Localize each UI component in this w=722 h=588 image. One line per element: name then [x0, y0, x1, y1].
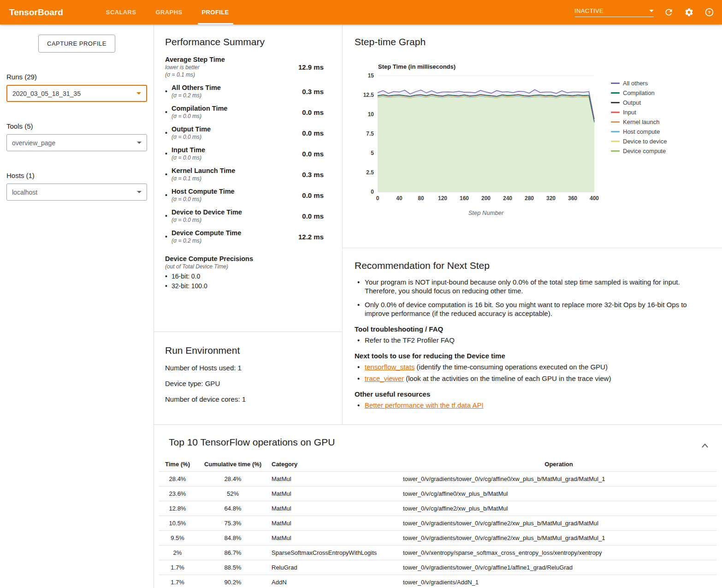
top-ops-title: Top 10 TensorFlow operations on GPU	[169, 437, 716, 448]
svg-text:240: 240	[503, 195, 512, 202]
tools-selected-value: overview_page	[12, 139, 55, 147]
legend-swatch	[611, 92, 620, 94]
svg-text:40: 40	[396, 195, 402, 202]
bullet: •	[165, 191, 172, 199]
bullet: •	[165, 150, 172, 157]
faq-header: Tool troubleshooting / FAQ	[355, 325, 710, 333]
tab-profile[interactable]: PROFILE	[192, 0, 239, 24]
runs-selected-value: 2020_03_05_18_31_35	[12, 90, 81, 97]
resource-item: Better performance with the tf.data API	[355, 401, 710, 410]
chart-legend: All othersCompilationOutputInputKernel l…	[611, 78, 667, 156]
chart-x-axis-label: Step Number	[355, 209, 604, 216]
svg-text:15: 15	[368, 72, 374, 79]
legend-item-all-others: All others	[611, 78, 667, 88]
svg-text:80: 80	[418, 195, 424, 202]
tab-scalars[interactable]: SCALARS	[96, 0, 146, 24]
top-ops-panel: Top 10 TensorFlow operations on GPU Time…	[154, 425, 722, 588]
capture-profile-button[interactable]: CAPTURE PROFILE	[38, 35, 115, 53]
performance-summary-panel: Performance Summary Average Step Time lo…	[154, 24, 342, 332]
svg-text:5: 5	[371, 150, 374, 156]
svg-text:360: 360	[568, 195, 577, 202]
run-environment-panel: Run Environment Number of Hosts used: 1 …	[154, 332, 342, 419]
svg-text:0: 0	[371, 189, 374, 195]
chevron-up-icon	[702, 444, 708, 448]
tf-data-api-link[interactable]: Better performance with the tf.data API	[365, 401, 484, 409]
table-row: 2%86.7%SparseSoftmaxCrossEntropyWithLogi…	[159, 546, 716, 560]
legend-item-input: Input	[611, 107, 667, 117]
legend-label: Host compute	[623, 128, 660, 135]
recommendation-bullet: Your program is NOT input-bound because …	[355, 278, 710, 295]
chart-title: Step Time (in milliseconds)	[378, 63, 710, 70]
legend-swatch	[611, 121, 620, 123]
col-cumulative: Cumulative time (%)	[196, 457, 270, 472]
reload-status-dropdown[interactable]: INACTIVE	[574, 7, 654, 17]
recommendation-bullet: Only 0.0% of device computation is 16 bi…	[355, 300, 710, 318]
metric-output-time: • Output Time (σ = 0.0 ms) 0.0 ms	[165, 125, 324, 140]
legend-swatch	[611, 83, 620, 84]
tool-item: tensorflow_stats (identify the time-cons…	[355, 362, 710, 371]
precision-32bit: 32-bit: 100.0	[165, 282, 324, 290]
metric-compilation-time: • Compilation Time (σ = 0.0 ms) 0.0 ms	[165, 105, 324, 119]
metric-device-compute-time: • Device Compute Time (σ = 0.2 ms) 12.2 …	[165, 229, 324, 244]
metric-host-compute-time: • Host Compute Time (σ = 0.0 ms) 0.0 ms	[165, 188, 324, 202]
help-button[interactable]: ?	[704, 7, 715, 18]
device-compute-precisions: Device Compute Precisions (out of Total …	[165, 255, 324, 290]
trace-viewer-link[interactable]: trace_viewer	[365, 374, 404, 382]
col-operation: Operation	[401, 457, 716, 472]
bullet: •	[165, 233, 172, 240]
device-cores: Number of device cores: 1	[165, 395, 331, 403]
svg-text:?: ?	[708, 10, 710, 15]
svg-text:200: 200	[481, 195, 491, 202]
bullet: •	[165, 108, 172, 116]
precision-16bit: 16-bit: 0.0	[165, 273, 324, 280]
svg-text:10: 10	[368, 111, 374, 118]
legend-label: Device compute	[623, 148, 666, 154]
table-header-row: Time (%) Cumulative time (%) Category Op…	[159, 457, 716, 472]
chevron-down-icon	[649, 10, 654, 12]
legend-item-device-to-device: Device to device	[611, 137, 667, 146]
svg-text:12.5: 12.5	[363, 92, 374, 98]
refresh-button[interactable]	[663, 7, 674, 18]
resources-header: Other useful resources	[355, 390, 710, 398]
svg-text:400: 400	[590, 195, 599, 202]
gear-icon	[684, 7, 694, 17]
device-type: Device type: GPU	[165, 380, 331, 387]
app-header: TensorBoard SCALARS GRAPHS PROFILE INACT…	[0, 0, 722, 24]
hosts-dropdown[interactable]: localhost	[6, 184, 147, 201]
sidebar: CAPTURE PROFILE Runs (29) 2020_03_05_18_…	[0, 24, 154, 588]
runs-dropdown[interactable]: 2020_03_05_18_31_35	[6, 85, 147, 102]
bullet: •	[165, 129, 172, 137]
tensorflow-stats-link[interactable]: tensorflow_stats	[365, 363, 414, 371]
hosts-selected-value: localhost	[12, 189, 37, 196]
faq-item: Refer to the TF2 Profiler FAQ	[355, 336, 710, 344]
legend-label: Kernel launch	[623, 119, 660, 125]
svg-text:120: 120	[438, 195, 447, 202]
settings-button[interactable]	[683, 7, 694, 18]
legend-item-output: Output	[611, 98, 667, 107]
tab-graphs[interactable]: GRAPHS	[146, 0, 192, 24]
tool-item: trace_viewer (look at the activities on …	[355, 374, 710, 383]
svg-text:0: 0	[376, 195, 379, 202]
table-row: 9.5%84.8%MatMultower_0/v/gradients/tower…	[159, 531, 716, 546]
legend-swatch	[611, 112, 620, 113]
metric-device-to-device-time: • Device to Device Time (σ = 0.0 ms) 0.0…	[165, 208, 324, 223]
table-row: 1.7%88.5%ReluGradtower_0/v/gradients/tow…	[159, 560, 716, 575]
top-nav: SCALARS GRAPHS PROFILE	[96, 0, 239, 24]
hosts-label: Hosts (1)	[6, 172, 147, 179]
metric-kernel-launch-time: • Kernel Launch Time (σ = 0.1 ms) 0.3 ms	[165, 167, 324, 182]
next-tools-header: Next tools to use for reducing the Devic…	[355, 352, 710, 360]
refresh-icon	[664, 7, 674, 17]
bullet: •	[165, 88, 172, 95]
recommendation-panel: Recommendation for Next Step Your progra…	[343, 248, 722, 424]
top-ops-table: Time (%) Cumulative time (%) Category Op…	[159, 457, 716, 588]
performance-summary-title: Performance Summary	[165, 36, 324, 48]
runs-label: Runs (29)	[6, 73, 147, 81]
collapse-panel-button[interactable]	[700, 440, 710, 451]
tool-item-description: (look at the activities on the timeline …	[404, 374, 611, 382]
table-row: 23.6%52%MatMultower_0/v/cg/affine0/xw_pl…	[159, 487, 716, 501]
hosts-used: Number of Hosts used: 1	[165, 364, 331, 372]
col-category: Category	[270, 457, 401, 472]
tools-dropdown[interactable]: overview_page	[6, 134, 147, 151]
svg-text:7.5: 7.5	[366, 131, 374, 137]
metric-all-others-time: • All Others Time (σ = 0.2 ms) 0.3 ms	[165, 84, 324, 99]
